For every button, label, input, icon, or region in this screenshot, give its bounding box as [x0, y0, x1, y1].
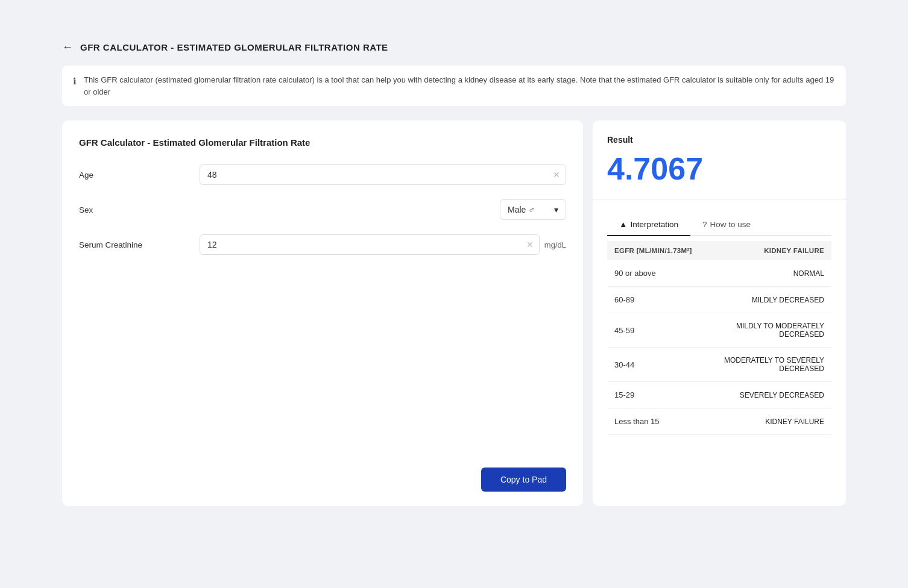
tab-how-to-use[interactable]: ? How to use: [690, 214, 763, 236]
creatinine-row: Serum Creatinine ✕ mg/dL: [79, 234, 566, 255]
col1-header: eGFR [mL/min/1.73m²]: [614, 247, 719, 254]
page-title: GFR CALCULATOR - ESTIMATED GLOMERULAR FI…: [80, 42, 388, 52]
how-to-use-icon: ?: [702, 220, 707, 229]
tabs: ▲ Interpretation ? How to use: [607, 214, 831, 236]
range-6: Less than 15: [614, 417, 719, 426]
table-header: eGFR [mL/min/1.73m²] KIDNEY FAILURE: [607, 241, 831, 260]
info-text: This GFR calculator (estimated glomerula…: [84, 74, 835, 98]
tab-interpretation-label: Interpretation: [630, 220, 678, 229]
interpretation-table: eGFR [mL/min/1.73m²] KIDNEY FAILURE 90 o…: [607, 236, 831, 435]
tab-interpretation[interactable]: ▲ Interpretation: [607, 214, 690, 236]
table-row: 60-89 MILDLY DECREASED: [607, 287, 831, 313]
main-content: GFR Calculator - Estimated Glomerular Fi…: [62, 120, 846, 506]
age-row: Age ✕: [79, 164, 566, 185]
table-row: 45-59 MILDLY TO MODERATELY DECREASED: [607, 313, 831, 348]
status-1: NORMAL: [719, 269, 824, 278]
sex-select-wrap: Male ♂ ▾: [200, 199, 566, 220]
result-divider: [593, 199, 846, 199]
tab-how-to-use-label: How to use: [710, 220, 751, 229]
range-3: 45-59: [614, 326, 719, 335]
table-row: 15-29 SEVERELY DECREASED: [607, 382, 831, 408]
status-6: KIDNEY FAILURE: [719, 418, 824, 426]
age-clear-icon[interactable]: ✕: [553, 170, 560, 180]
table-row: 30-44 MODERATELY TO SEVERELY DECREASED: [607, 348, 831, 382]
sex-label: Sex: [79, 205, 200, 214]
range-4: 30-44: [614, 360, 719, 369]
result-label: Result: [607, 135, 831, 145]
age-input[interactable]: [200, 164, 566, 185]
range-5: 15-29: [614, 390, 719, 399]
creatinine-unit: mg/dL: [544, 240, 566, 249]
age-input-wrap: ✕: [200, 164, 566, 185]
calculator-title: GFR Calculator - Estimated Glomerular Fi…: [79, 137, 566, 148]
header: ← GFR CALCULATOR - ESTIMATED GLOMERULAR …: [62, 41, 846, 54]
creatinine-wrap: ✕ mg/dL: [200, 234, 566, 255]
sex-value: Male ♂: [508, 205, 535, 214]
sex-row: Sex Male ♂ ▾: [79, 199, 566, 220]
table-row: 90 or above NORMAL: [607, 260, 831, 287]
status-3: MILDLY TO MODERATELY DECREASED: [719, 322, 824, 339]
creatinine-label: Serum Creatinine: [79, 240, 200, 249]
creatinine-clear-icon[interactable]: ✕: [526, 240, 534, 249]
page-container: ← GFR CALCULATOR - ESTIMATED GLOMERULAR …: [32, 17, 876, 571]
chevron-down-icon: ▾: [554, 205, 558, 214]
info-icon: ℹ: [73, 75, 77, 89]
left-panel: GFR Calculator - Estimated Glomerular Fi…: [62, 120, 583, 506]
creatinine-input-wrap: ✕: [200, 234, 540, 255]
table-row: Less than 15 KIDNEY FAILURE: [607, 408, 831, 435]
sex-select[interactable]: Male ♂ ▾: [500, 199, 566, 220]
status-2: MILDLY DECREASED: [719, 296, 824, 304]
back-button[interactable]: ←: [62, 41, 73, 54]
age-label: Age: [79, 170, 200, 180]
info-banner: ℹ This GFR calculator (estimated glomeru…: [62, 66, 846, 106]
range-1: 90 or above: [614, 269, 719, 278]
range-2: 60-89: [614, 295, 719, 304]
col2-header: KIDNEY FAILURE: [719, 247, 824, 254]
result-value: 4.7067: [607, 151, 831, 187]
status-4: MODERATELY TO SEVERELY DECREASED: [719, 356, 824, 373]
right-panel: Result 4.7067 ▲ Interpretation ? How to …: [593, 120, 846, 506]
interpretation-icon: ▲: [619, 220, 627, 229]
copy-to-pad-button[interactable]: Copy to Pad: [481, 468, 566, 492]
status-5: SEVERELY DECREASED: [719, 391, 824, 399]
creatinine-input[interactable]: [200, 234, 540, 255]
